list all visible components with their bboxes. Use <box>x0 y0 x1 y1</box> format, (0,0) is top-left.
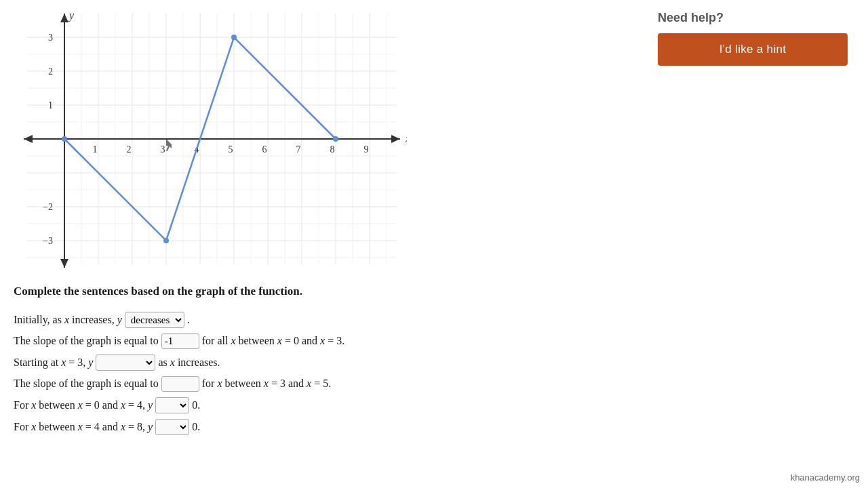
select-compare-2[interactable]: ≠ = < > <box>155 419 189 435</box>
svg-text:2: 2 <box>127 144 132 155</box>
x-axis-label: x <box>405 133 407 144</box>
svg-text:1: 1 <box>93 144 98 155</box>
svg-text:7: 7 <box>296 144 301 155</box>
graph-point-0 <box>62 136 67 142</box>
s1-text1: Initially, as x increases, y <box>14 314 122 326</box>
slope-input-1[interactable] <box>161 333 199 349</box>
select-decreases[interactable]: decreases increases <box>125 312 184 328</box>
cursor-indicator <box>166 139 172 151</box>
s3-text1: Starting at x = 3, y <box>14 357 93 369</box>
select-increases-3[interactable]: increases decreases <box>96 354 155 371</box>
s3-suffix: as x increases. <box>158 357 220 369</box>
svg-text:2: 2 <box>48 66 53 77</box>
s4-text1: The slope of the graph is equal to <box>14 378 159 390</box>
svg-text:−2: −2 <box>43 202 53 212</box>
svg-marker-35 <box>391 135 400 143</box>
svg-marker-34 <box>24 135 33 143</box>
sentence-1: Initially, as x increases, y decreases i… <box>14 312 624 328</box>
svg-marker-38 <box>60 14 68 22</box>
svg-text:−3: −3 <box>43 236 53 246</box>
graph-point-3 <box>163 238 169 243</box>
svg-text:3: 3 <box>48 33 53 43</box>
s6-suffix: 0. <box>192 421 200 433</box>
svg-text:8: 8 <box>330 144 335 155</box>
s4-text2: for x between x = 3 and x = 5. <box>202 378 331 390</box>
s2-text1: The slope of the graph is equal to <box>14 335 159 347</box>
graph-point-5 <box>231 35 237 40</box>
sentence-6: For x between x = 4 and x = 8, y ≠ = < >… <box>14 419 624 435</box>
s6-text1: For x between x = 4 and x = 8, y <box>14 421 153 433</box>
svg-text:3: 3 <box>161 144 165 155</box>
s1-suffix: . <box>187 314 190 326</box>
s2-text2: for all x between x = 0 and x = 3. <box>202 335 344 347</box>
svg-text:1: 1 <box>48 100 53 110</box>
svg-text:9: 9 <box>364 144 369 155</box>
sentence-3: Starting at x = 3, y increases decreases… <box>14 354 624 371</box>
svg-text:5: 5 <box>229 144 233 155</box>
sentence-4: The slope of the graph is equal to for x… <box>14 376 624 392</box>
function-graph: x y 1 2 3 4 5 6 7 8 9 3 2 1 −2 −3 <box>14 7 407 271</box>
slope-input-2[interactable] <box>161 376 199 392</box>
s5-text1: For x between x = 0 and x = 4, y <box>14 399 153 411</box>
s5-suffix: 0. <box>192 399 200 411</box>
question-title: Complete the sentences based on the grap… <box>14 283 624 300</box>
graph-point-8 <box>333 136 338 142</box>
sidebar: Need help? I'd like a hint <box>644 0 868 77</box>
select-compare-1[interactable]: ≠ = < > <box>155 397 189 413</box>
hint-button[interactable]: I'd like a hint <box>658 33 848 66</box>
graph-container: x y 1 2 3 4 5 6 7 8 9 3 2 1 −2 −3 <box>14 7 407 271</box>
sentence-5: For x between x = 0 and x = 4, y ≠ = < >… <box>14 397 624 413</box>
svg-text:6: 6 <box>262 144 267 155</box>
footer-label: khanacademy.org <box>791 472 860 483</box>
y-axis-label: y <box>68 9 75 22</box>
svg-marker-37 <box>60 259 68 268</box>
need-help-title: Need help? <box>658 11 854 25</box>
sentence-2: The slope of the graph is equal to for a… <box>14 333 624 349</box>
